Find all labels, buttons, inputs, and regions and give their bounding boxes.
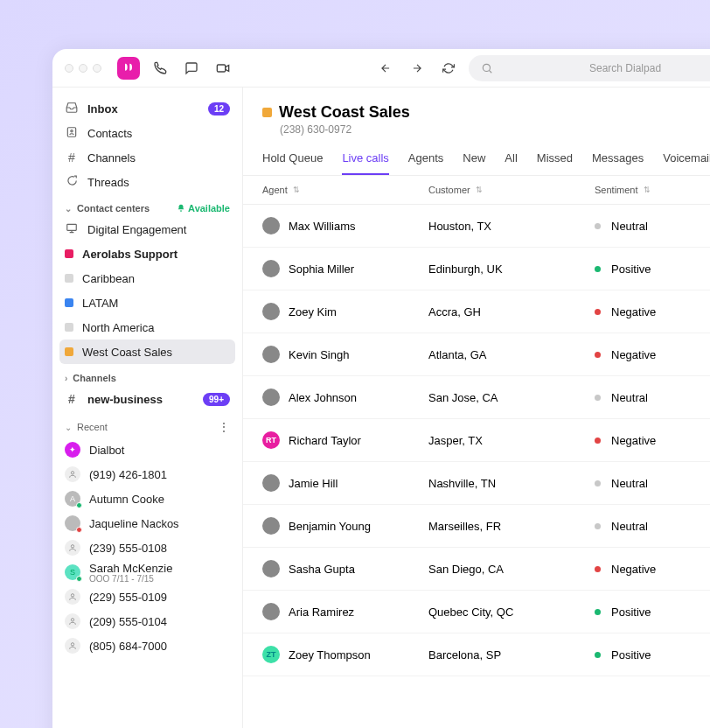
tab-hold-queue[interactable]: Hold Queue [262,151,323,175]
refresh-button[interactable] [437,57,460,80]
section-channels[interactable]: › Channels [59,364,235,387]
table-row[interactable]: RTRichard TaylorJasper, TXNegative [243,419,710,462]
recent-item[interactable]: ✦Dialbot [59,438,235,462]
sentiment-cell: Positive [595,606,710,619]
sidebar-item-north-america[interactable]: North America [59,315,235,340]
forward-button[interactable] [406,57,428,80]
recent-item[interactable]: SSarah McKenzieOOO 7/11 - 7/15 [59,560,235,584]
main-panel: West Coast Sales (238) 630-0972 Hold Que… [243,88,710,728]
channel-label: new-business [87,393,163,406]
sentiment-cell: Positive [595,262,710,276]
status-available[interactable]: Available [177,203,230,214]
recent-label: (805) 684-7000 [89,640,167,653]
color-square-icon [65,347,73,356]
agent-name: Jamie Hill [289,477,338,490]
tab-all[interactable]: All [505,151,517,175]
sentiment-cell: Neutral [595,220,710,233]
tab-live-calls[interactable]: Live calls [342,151,388,175]
sidebar-item-digital-engagement[interactable]: Digital Engagement [59,217,235,242]
agent-name: Alex Johnson [289,391,357,404]
channel-new-business[interactable]: # new-business 99+ [59,387,235,411]
nav-contacts[interactable]: Contacts [59,121,235,145]
search-input[interactable]: Search Dialpad [469,55,710,81]
sidebar-item-aerolabs-support[interactable]: Aerolabs Support [59,242,235,266]
sentiment-cell: Negative [595,348,710,361]
agent-name: Aria Ramirez [289,606,354,619]
svg-point-6 [71,545,73,548]
tab-new[interactable]: New [463,151,485,175]
sidebar-item-label: West Coast Sales [82,346,172,359]
col-sentiment[interactable]: Sentiment ⇅ [595,185,710,195]
tab-voicemail[interactable]: Voicemail [663,151,710,175]
threads-icon [65,175,79,190]
sidebar-item-caribbean[interactable]: Caribbean [59,266,235,290]
app-logo[interactable] [117,57,140,80]
window-controls[interactable] [65,64,101,73]
recent-label: (209) 555-0104 [89,615,167,628]
presence-dot [76,576,82,582]
phone-icon[interactable] [149,57,171,80]
recent-item[interactable]: (239) 555-0108 [59,536,235,560]
col-customer[interactable]: Customer ⇅ [428,185,595,195]
chevron-right-icon: › [65,374,67,383]
sentiment-cell: Negative [595,305,710,318]
table-row[interactable]: ZTZoey ThompsonBarcelona, SPPositive [243,634,710,676]
section-recent[interactable]: ⌄ Recent ⋮ [59,411,235,438]
chat-icon[interactable] [180,57,203,80]
recent-item[interactable]: (209) 555-0104 [59,609,235,634]
customer-location: San Diego, CA [428,563,595,576]
svg-point-3 [71,130,73,131]
table-row[interactable]: Max WilliamsHouston, TXNeutral [243,205,710,248]
recent-label: (239) 555-0108 [89,542,167,555]
more-icon[interactable]: ⋮ [218,420,230,434]
recent-item[interactable]: AAutumn Cooke [59,486,235,511]
avatar [262,474,280,492]
close-dot-icon[interactable] [65,64,73,73]
table-row[interactable]: Jamie HillNashville, TNNeutral [243,462,710,505]
sentiment-dot-icon [595,652,601,658]
video-icon[interactable] [212,57,234,80]
sidebar-item-label: Caribbean [82,272,135,285]
person-icon [65,638,80,654]
tab-missed[interactable]: Missed [537,151,573,175]
recent-item[interactable]: (919) 426-1801 [59,462,235,486]
sentiment-cell: Negative [595,434,710,447]
tab-agents[interactable]: Agents [408,151,443,175]
sentiment-dot-icon [595,566,601,572]
avatar [262,560,280,578]
recent-item[interactable]: (229) 555-0109 [59,584,235,609]
top-bar: Search Dialpad [52,49,710,88]
table-row[interactable]: Zoey KimAccra, GHNegative [243,290,710,333]
section-contact-centers[interactable]: ⌄ Contact centers Available [59,194,235,217]
back-button[interactable] [374,57,397,80]
nav-inbox[interactable]: Inbox 12 [59,96,235,121]
customer-location: Marseilles, FR [428,520,595,533]
table-row[interactable]: Sophia MillerEdinburgh, UKPositive [243,248,710,290]
minimize-dot-icon[interactable] [79,64,87,73]
table-row[interactable]: Sasha GuptaSan Diego, CANegative [243,548,710,591]
avatar: RT [262,431,280,449]
nav-threads[interactable]: Threads [59,170,235,194]
col-agent[interactable]: Agent ⇅ [262,185,428,195]
recent-item[interactable]: Jaqueline Nackos [59,511,235,536]
avatar [262,346,280,363]
chevron-down-icon: ⌄ [65,423,72,432]
avatar [262,603,280,620]
nav-channels[interactable]: # Channels [59,145,235,170]
title-color-icon [262,108,272,117]
sentiment-dot-icon [595,352,601,358]
zoom-dot-icon[interactable] [93,64,101,73]
tab-messages[interactable]: Messages [592,151,644,175]
sentiment-dot-icon [595,309,601,315]
sidebar-item-latam[interactable]: LATAM [59,290,235,315]
recent-item[interactable]: (805) 684-7000 [59,634,235,658]
table-row[interactable]: Aria RamirezQuebec City, QCPositive [243,591,710,634]
table-row[interactable]: Benjamin YoungMarseilles, FRNeutral [243,505,710,548]
agent-name: Max Williams [289,220,356,233]
section-ch-label: Channels [73,373,116,383]
avatar [262,517,280,535]
color-square-icon [65,298,73,307]
table-row[interactable]: Alex JohnsonSan Jose, CANeutral [243,376,710,419]
sidebar-item-west-coast-sales[interactable]: West Coast Sales [59,340,235,364]
table-row[interactable]: Kevin SinghAtlanta, GANegative [243,333,710,376]
